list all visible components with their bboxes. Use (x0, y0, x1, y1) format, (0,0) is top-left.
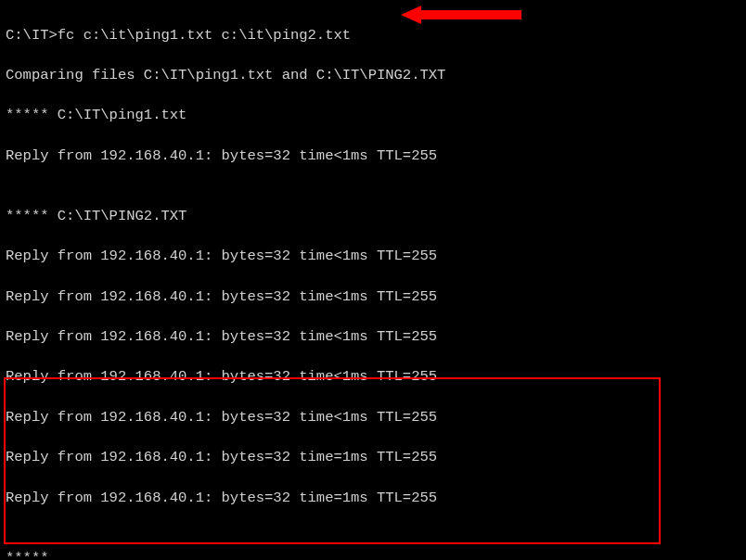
prompt: C:\IT> (6, 27, 58, 44)
reply-line: Reply from 192.168.40.1: bytes=32 time=1… (6, 448, 740, 468)
reply-line: Reply from 192.168.40.1: bytes=32 time<1… (6, 408, 740, 428)
command-line[interactable]: C:\IT>fc c:\it\ping1.txt c:\it\ping2.txt (6, 26, 740, 46)
stars-separator: ***** (6, 549, 740, 560)
terminal-output: C:\IT>fc c:\it\ping1.txt c:\it\ping2.txt… (6, 6, 740, 560)
file1-separator: ***** C:\IT\ping1.txt (6, 106, 740, 126)
reply-line: Reply from 192.168.40.1: bytes=32 time=1… (6, 489, 740, 509)
comparing-line: Comparing files C:\IT\ping1.txt and C:\I… (6, 66, 740, 86)
reply-line: Reply from 192.168.40.1: bytes=32 time<1… (6, 327, 740, 348)
reply-line: Reply from 192.168.40.1: bytes=32 time<1… (6, 247, 740, 267)
reply-line: Reply from 192.168.40.1: bytes=32 time<1… (6, 146, 740, 167)
reply-line: Reply from 192.168.40.1: bytes=32 time<1… (6, 367, 740, 388)
command-text: fc c:\it\ping1.txt c:\it\ping2.txt (58, 27, 351, 44)
reply-line: Reply from 192.168.40.1: bytes=32 time<1… (6, 287, 740, 308)
file2-separator: ***** C:\IT\PING2.TXT (6, 207, 740, 227)
